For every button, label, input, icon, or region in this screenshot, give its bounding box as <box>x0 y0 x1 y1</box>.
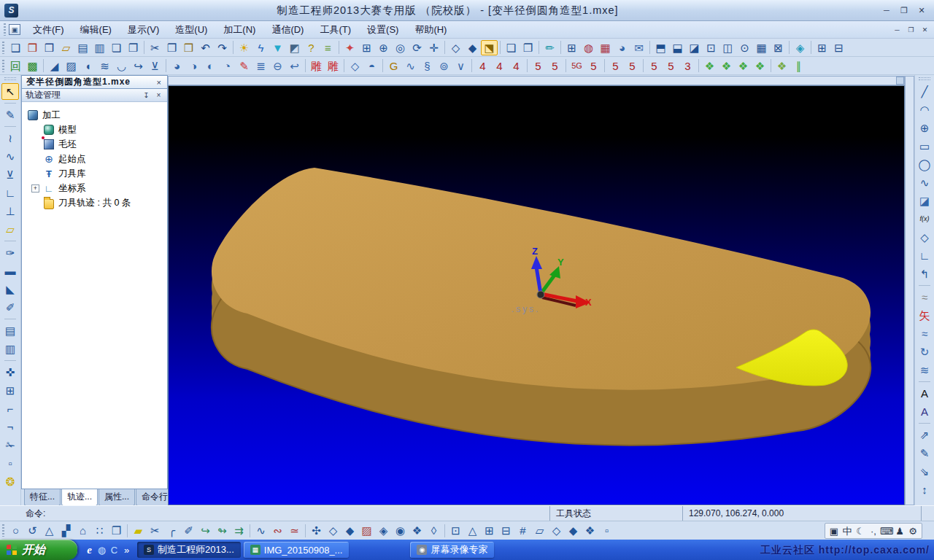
five-g-2-icon[interactable]: 5 <box>585 58 602 74</box>
toolbar-grip[interactable] <box>2 42 4 54</box>
dim-se-icon[interactable]: ⇘ <box>916 463 933 480</box>
sheet-edit-icon[interactable]: ▥ <box>1 341 19 357</box>
four-axis-1-icon[interactable]: 4 <box>474 58 491 74</box>
corner-b-icon[interactable]: ¬ <box>1 419 19 435</box>
movie-icon[interactable]: ▦ <box>597 40 614 55</box>
surface-rotate-icon[interactable]: ↻ <box>916 343 933 360</box>
ime-keyboard-icon[interactable]: ⌨ <box>880 524 893 537</box>
lamp-tool-icon[interactable]: ❂ <box>1 473 19 490</box>
task-recorder[interactable]: ◉屏幕录像专家 <box>410 542 494 558</box>
axis-frame-icon[interactable]: ∟ <box>916 247 933 264</box>
menu-communication[interactable]: 通信(D) <box>263 21 312 39</box>
quicklaunch-media-icon[interactable]: ◍ <box>96 545 108 556</box>
shell-mill-icon[interactable]: ≋ <box>96 58 113 74</box>
hatch-fine-icon[interactable]: ∥ <box>790 58 807 74</box>
ime-status-icon[interactable]: ▣ <box>827 524 841 537</box>
ellipse-icon[interactable]: ◯ <box>916 156 933 173</box>
undo-icon[interactable]: ↶ <box>197 40 214 55</box>
link-c-icon[interactable]: ⇉ <box>231 523 247 538</box>
five-to-four-icon[interactable]: 5 <box>663 58 679 74</box>
box-grid-icon[interactable]: ▦ <box>753 40 770 55</box>
pencil-trace-icon[interactable]: ✎ <box>236 58 252 74</box>
brush-icon[interactable]: ✏ <box>541 40 558 55</box>
expander-icon[interactable]: + <box>31 184 39 192</box>
poly-a-icon[interactable]: ∿ <box>252 523 269 538</box>
bell-a-icon[interactable]: △ <box>41 523 58 538</box>
box-closed-icon[interactable]: ⬓ <box>669 40 686 55</box>
viewport-3d[interactable]: Z Y X .sys. <box>168 85 905 505</box>
link-b-icon[interactable]: ↬ <box>214 523 231 538</box>
dim-move-icon[interactable]: ✜ <box>1 364 19 381</box>
document-tab[interactable]: 变半径倒圆角造型1.mxe × <box>21 75 168 88</box>
shaded-display-icon[interactable]: ⬔ <box>481 40 498 55</box>
window-clone-icon[interactable]: ❐ <box>108 523 125 538</box>
close-button[interactable]: ✕ <box>914 4 930 18</box>
zoom-window-icon[interactable]: ⊞ <box>358 40 375 55</box>
save-as-icon[interactable]: ▥ <box>91 40 108 55</box>
ime-mode-icon[interactable]: ☾ <box>854 524 867 537</box>
box-center-icon[interactable]: ⊙ <box>736 40 753 55</box>
bell-b-icon[interactable]: ⌂ <box>74 523 91 538</box>
doc-minimize-button[interactable]: ─ <box>891 24 903 35</box>
five-axis-4-icon[interactable]: 5 <box>624 58 641 74</box>
text-icon[interactable]: A <box>916 385 933 402</box>
tree-item-start-point[interactable]: 起始点 <box>22 152 167 166</box>
text-style-icon[interactable]: A <box>916 403 933 420</box>
menu-machining[interactable]: 加工(N) <box>215 21 263 39</box>
pocket-mill-icon[interactable]: ◇ <box>347 58 363 74</box>
surface-wave-icon[interactable]: ≈ <box>916 325 933 342</box>
dim-vertical-icon[interactable]: ↕ <box>916 481 933 498</box>
paste-icon[interactable]: ❒ <box>180 40 197 55</box>
cut-icon[interactable]: ✂ <box>147 40 163 55</box>
toolbar-grip[interactable] <box>4 23 6 36</box>
five-axis-1-icon[interactable]: 5 <box>530 58 547 74</box>
curve-project-icon[interactable]: ⊻ <box>1 166 19 183</box>
axis-dim-icon[interactable]: ⊥ <box>1 203 19 219</box>
copy-icon[interactable]: ❐ <box>163 40 180 55</box>
quicklaunch-expand-icon[interactable]: » <box>120 545 133 556</box>
formula-curve-icon[interactable]: f(x) <box>916 211 933 228</box>
bell-c-icon[interactable]: △ <box>464 523 481 538</box>
layer-rough-icon[interactable]: ▩ <box>24 58 41 74</box>
poly-b-icon[interactable]: ∾ <box>269 523 286 538</box>
sketch-icon[interactable]: ✎ <box>1 106 19 123</box>
globe-icon[interactable]: ◕ <box>614 40 630 55</box>
five-axis-2-icon[interactable]: 5 <box>547 58 563 74</box>
tab-properties[interactable]: 属性... <box>99 489 135 506</box>
box-a-icon[interactable]: ⊡ <box>447 523 464 538</box>
window-tile-icon[interactable]: ❐ <box>520 40 536 55</box>
frame-rotate-icon[interactable]: ⊟ <box>830 40 847 55</box>
start-button[interactable]: 开始 <box>0 540 77 560</box>
wireframe-display-icon[interactable]: ◇ <box>447 40 464 55</box>
doc-close-button[interactable]: ✕ <box>919 24 931 35</box>
menu-model[interactable]: 造型(U) <box>167 21 215 39</box>
curve-edit-icon[interactable]: ∿ <box>1 148 19 165</box>
corner-a-icon[interactable]: ⌐ <box>1 400 19 417</box>
cage-icon[interactable]: # <box>514 523 531 538</box>
zoom-dynamic-icon[interactable]: ◎ <box>392 40 409 55</box>
tt-b-icon[interactable]: ⊟ <box>498 523 514 538</box>
poly-c-icon[interactable]: ≃ <box>286 523 303 538</box>
hidden-line-display-icon[interactable]: ◆ <box>464 40 481 55</box>
dim-pen-icon[interactable]: ✎ <box>916 445 933 462</box>
region-rough-icon[interactable]: 回 <box>7 58 24 74</box>
tree-item-machining[interactable]: 加工 <box>22 108 167 122</box>
print-icon[interactable]: ❏ <box>108 40 125 55</box>
tree-item-tool-library[interactable]: 刀具库 <box>22 166 167 181</box>
box-dice-icon[interactable]: ⊠ <box>770 40 787 55</box>
menu-tools[interactable]: 工具(T) <box>312 21 359 39</box>
toolbar-grip[interactable] <box>2 524 4 537</box>
plane-tool-icon[interactable]: ▱ <box>1 221 19 238</box>
blade-mill-icon[interactable]: ◡ <box>113 58 130 74</box>
diamond-tool-icon[interactable]: ◈ <box>792 40 808 55</box>
face-e-icon[interactable]: ◉ <box>392 523 409 538</box>
sheet-icon[interactable]: ▤ <box>1 322 19 339</box>
curve-comb-icon[interactable]: ✑ <box>1 244 19 261</box>
surface-shell-icon[interactable]: ≋ <box>916 362 933 378</box>
layers-icon[interactable]: ≡ <box>320 40 336 55</box>
fillet-arc-icon[interactable]: ╭ <box>163 523 180 538</box>
face-b-icon[interactable]: ◆ <box>341 523 358 538</box>
dim-frame-icon[interactable]: ⊞ <box>1 382 19 399</box>
param-mill-2-icon[interactable]: ❖ <box>718 58 735 74</box>
five-axis-5-icon[interactable]: 5 <box>646 58 663 74</box>
